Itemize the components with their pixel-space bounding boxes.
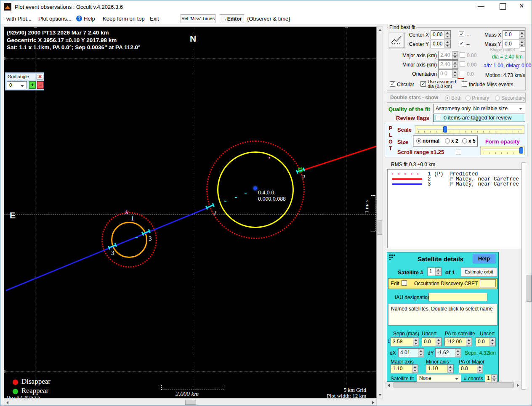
- double-primary-label: Primary: [472, 95, 489, 101]
- satellite-fit-label: Satellite fit: [391, 376, 414, 382]
- cbet-input[interactable]: [480, 279, 496, 287]
- sat-minor-spinner[interactable]: 1.10: [426, 364, 454, 373]
- form-opacity-thumb[interactable]: [519, 147, 523, 154]
- minor-axis-spinner[interactable]: 2.40: [438, 60, 458, 69]
- scroll-up-icon[interactable]: [378, 29, 382, 31]
- plot-canvas[interactable]: (92590) 2000 PT13 2026 Mar 7 2.40 km Geo…: [4, 27, 377, 398]
- plot-header-line2: Geocentric X 3956.17 ±0.10 Y 2017.98 km: [7, 37, 140, 44]
- include-miss-label: Include Miss events: [469, 82, 513, 88]
- scroll-right-icon[interactable]: [372, 401, 374, 404]
- pa-unc-spinner[interactable]: 0.0: [476, 337, 496, 346]
- panel-hscroll-thumb[interactable]: [394, 382, 514, 387]
- sat-pa-major-spinner[interactable]: 0.0: [459, 364, 483, 373]
- double-both-radio[interactable]: [445, 96, 450, 101]
- satellite-num-label: Satellite #: [398, 269, 423, 276]
- panel-scroll-left-icon[interactable]: [388, 384, 390, 387]
- sat-major-spinner[interactable]: 1.10: [391, 364, 418, 373]
- panel-hscrollbar[interactable]: [386, 382, 521, 388]
- predicted-label: 1: [131, 215, 134, 222]
- shape-model-checkbox[interactable]: [520, 46, 525, 52]
- grid-angle-minus-button[interactable]: −: [37, 81, 44, 89]
- center-y-spinner[interactable]: 0.00: [431, 40, 451, 48]
- sepn-spinner[interactable]: 3.58: [391, 337, 419, 346]
- center-x-label: Center X: [408, 32, 429, 38]
- form-opacity-ticks: [484, 152, 521, 154]
- right-edge-scroll-thumb[interactable]: [527, 275, 532, 302]
- sat-row-number: 1: [388, 339, 390, 344]
- major-axis-spinner[interactable]: 2.40: [438, 51, 458, 60]
- scale-label: Scale: [397, 127, 412, 133]
- edit-checkbox[interactable]: [402, 280, 407, 286]
- plot-hscroll-thumb[interactable]: [185, 400, 196, 405]
- pa-spinner[interactable]: 112.00: [444, 337, 472, 346]
- close-icon[interactable]: ×: [519, 2, 524, 11]
- named-satellites-listbox[interactable]: Named satellites. Double click to select…: [388, 304, 497, 326]
- dy-spinner[interactable]: -1.62: [435, 348, 461, 357]
- chords-spinner[interactable]: 1: [485, 374, 497, 382]
- center-x-spinner[interactable]: 0.00: [431, 30, 451, 39]
- major-axis-checkbox[interactable]: [460, 52, 465, 58]
- scroll-left-icon[interactable]: [6, 401, 8, 404]
- drag-handle-icon[interactable]: [389, 255, 391, 256]
- double-secondary-radio[interactable]: [495, 96, 500, 101]
- menu-help[interactable]: Help: [84, 16, 95, 22]
- mas-bracket: [371, 195, 375, 231]
- size-x5-radio[interactable]: [462, 138, 467, 143]
- iau-input[interactable]: [428, 293, 487, 301]
- grid-angle-plus-button[interactable]: +: [29, 81, 36, 89]
- plot-hscrollbar[interactable]: [4, 399, 377, 406]
- set-miss-times-button[interactable]: Set 'Miss' Times: [181, 14, 215, 23]
- plot-vscrollbar[interactable]: [377, 27, 383, 398]
- scale-slider[interactable]: [415, 125, 524, 134]
- review-flags-text: 0 items are tagged for review: [444, 115, 511, 121]
- sepn-unc-spinner[interactable]: 0.0: [422, 337, 442, 346]
- sepn-note: Sepn: 4.32km: [465, 350, 496, 356]
- menu-exit[interactable]: Exit: [150, 16, 159, 22]
- grid-angle-select[interactable]: 0: [7, 81, 27, 89]
- menu-with-plot[interactable]: with Plot...: [6, 16, 32, 22]
- chord2-label-a: 2: [213, 210, 217, 217]
- scale-slider-thumb[interactable]: [443, 126, 447, 133]
- center-y-checkbox[interactable]: [459, 41, 464, 46]
- size-normal-radio[interactable]: [416, 138, 421, 143]
- right-edge-scroll-track[interactable]: [521, 162, 526, 390]
- minor-axis-checkbox[interactable]: [460, 61, 465, 67]
- menu-keep-on-top[interactable]: Keep form on top: [103, 16, 145, 22]
- help-icon[interactable]: ?: [76, 16, 82, 21]
- best-fit-chart-button[interactable]: [388, 32, 404, 48]
- satellite-help-button[interactable]: Help: [473, 254, 495, 263]
- menu-plot-options[interactable]: Plot options...: [38, 16, 72, 22]
- east-label: E: [10, 210, 16, 220]
- double-primary-radio[interactable]: [466, 96, 471, 101]
- cbet-label: Occultation Discovery CBET: [414, 281, 478, 287]
- form-opacity-slider[interactable]: [480, 146, 525, 155]
- major-axis-unc: 0.00: [467, 53, 476, 58]
- dy-label: dY: [428, 350, 434, 356]
- mass-x-spinner[interactable]: 0.0: [503, 30, 525, 39]
- plot-header-line3: Sat: 1.1 x 1.1km, PA 0.0°; Sep 0.0036" a…: [7, 44, 140, 51]
- scale-bar-bracket: [161, 385, 224, 390]
- plot-vscroll-thumb[interactable]: [378, 220, 382, 235]
- grid-angle-close-icon[interactable]: ✕: [37, 74, 43, 80]
- quality-select[interactable]: Astrometry only. No reliable size: [433, 104, 525, 113]
- satellite-fit-select[interactable]: None: [417, 374, 461, 382]
- editor-button[interactable]: →Editor: [220, 14, 244, 23]
- dx-spinner[interactable]: 4.01: [398, 348, 424, 357]
- center-x-checkbox[interactable]: [459, 32, 464, 37]
- panel-scroll-right-icon[interactable]: [517, 384, 519, 387]
- iau-label: IAU designation: [395, 295, 431, 300]
- include-miss-checkbox[interactable]: [462, 81, 467, 87]
- estimate-orbit-button[interactable]: Estimate orbit: [461, 268, 497, 276]
- scroll-down-icon[interactable]: [378, 394, 382, 396]
- circular-checkbox[interactable]: [390, 81, 395, 87]
- size-x2-radio[interactable]: [445, 138, 450, 143]
- chord-legend-box[interactable]: 1 (P)Predicted 2P Maley, near Carefree 3…: [387, 169, 524, 249]
- scroll-range-checkbox[interactable]: [456, 149, 461, 154]
- review-flags-checkbox[interactable]: [436, 115, 441, 120]
- maximize-icon[interactable]: [500, 3, 506, 10]
- use-assumed-checkbox[interactable]: [420, 81, 426, 87]
- minimize-icon[interactable]: [478, 6, 484, 7]
- orientation-checkbox[interactable]: [460, 71, 465, 76]
- satellite-num-spinner[interactable]: 1: [427, 267, 442, 276]
- orientation-spinner[interactable]: 0.0: [438, 69, 458, 78]
